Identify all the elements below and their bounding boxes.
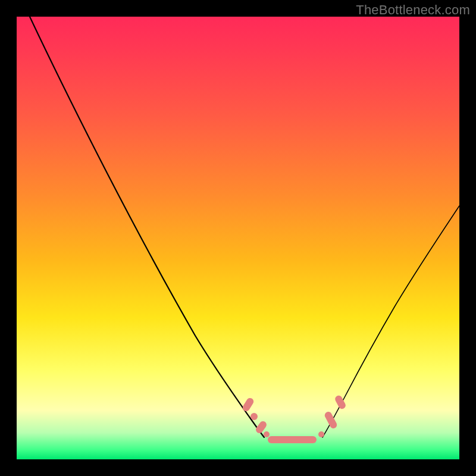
left-curve — [30, 17, 264, 437]
curve-layer — [17, 17, 459, 459]
frame: TheBottleneck.com — [0, 0, 476, 476]
marker-right-dot-1 — [318, 431, 324, 437]
marker-left-dot-1 — [250, 413, 258, 420]
marker-valley-bar — [268, 436, 317, 443]
watermark-text: TheBottleneck.com — [356, 2, 470, 18]
plot-area — [17, 17, 459, 459]
